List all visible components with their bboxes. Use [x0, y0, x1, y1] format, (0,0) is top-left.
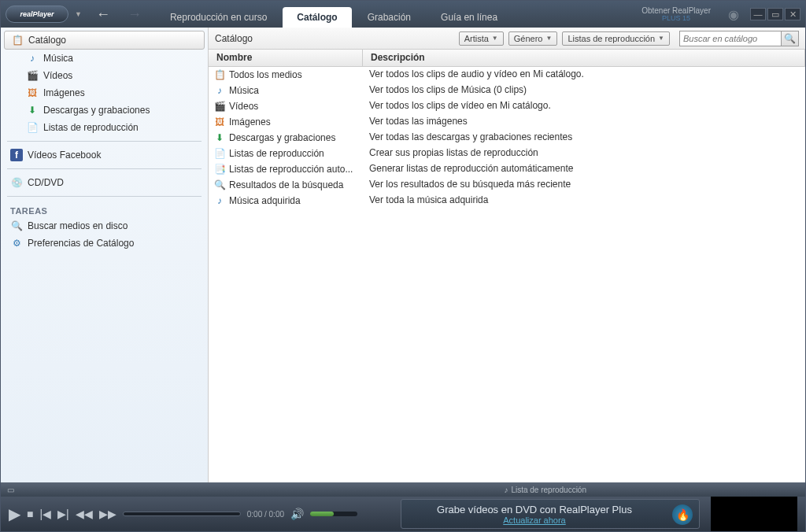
video-icon: 🎬 — [213, 100, 226, 113]
filter-dropdown-0[interactable]: Artista▼ — [459, 31, 504, 46]
sidebar-item-label: Listas de reproducción — [43, 122, 139, 133]
playlist-icon: ♪ — [504, 486, 508, 494]
column-description[interactable]: Descripción — [363, 50, 805, 66]
tab-0[interactable]: Reproducción en curso — [156, 7, 281, 28]
image-icon: 🖼 — [26, 87, 39, 99]
promo-link[interactable]: Actualizar ahora — [503, 515, 566, 525]
back-button[interactable]: ← — [93, 4, 113, 24]
list-item[interactable]: 📑Listas de reproducción auto...Generar l… — [209, 161, 805, 177]
video-icon: 🎬 — [26, 69, 39, 82]
forward-button[interactable]: → — [124, 4, 145, 24]
sidebar-item-label: Vídeos — [43, 70, 72, 81]
time-display: 0:00 / 0:00 — [247, 510, 284, 519]
get-plus-link[interactable]: Obtener RealPlayer PLUS 15 — [641, 6, 711, 23]
music-icon: ♪ — [26, 52, 39, 65]
prefs-icon: ⚙ — [10, 237, 23, 249]
close-button[interactable]: ✕ — [785, 8, 800, 20]
status-bar: ▭ ♪ Lista de reproducción — [1, 482, 805, 497]
sidebar-item-image[interactable]: 🖼Imágenes — [1, 84, 208, 102]
sidebar-item-catalog[interactable]: 📋Catálogo — [4, 31, 205, 50]
tab-2[interactable]: Grabación — [353, 7, 425, 28]
search-icon: 🔍 — [213, 179, 226, 191]
tab-1[interactable]: Catálogo — [283, 7, 351, 28]
list-item[interactable]: 🔍Resultados de la búsquedaVer los result… — [209, 177, 805, 193]
search-button[interactable]: 🔍 — [782, 31, 799, 46]
facebook-icon: f — [10, 149, 23, 161]
column-name[interactable]: Nombre — [209, 50, 363, 66]
main-tabs: Reproducción en cursoCatálogoGrabaciónGu… — [156, 1, 513, 28]
playlist-auto-icon: 📑 — [213, 163, 226, 175]
breadcrumb: Catálogo — [215, 33, 253, 44]
flame-icon: 🔥 — [672, 504, 693, 525]
image-icon: 🖼 — [213, 116, 226, 128]
rewind-button[interactable]: ◀◀ — [76, 508, 93, 520]
music-icon: ♪ — [213, 84, 226, 97]
chevron-down-icon: ▼ — [492, 35, 498, 42]
sidebar-item-label: Catálogo — [28, 35, 66, 46]
catalog-icon: 📋 — [213, 68, 226, 81]
titlebar: realPlayer ▼ ← → Reproducción en cursoCa… — [1, 1, 805, 28]
filter-dropdown-1[interactable]: Género▼ — [508, 31, 558, 46]
chevron-down-icon: ▼ — [658, 35, 664, 42]
download-icon: ⬇ — [213, 131, 226, 144]
playlist-icon: 📄 — [26, 121, 39, 134]
tasks-header: TAREAS — [1, 201, 208, 217]
sidebar: 📋Catálogo♪Música🎬Vídeos🖼Imágenes⬇Descarg… — [1, 28, 209, 482]
logo-menu-arrow[interactable]: ▼ — [75, 10, 82, 18]
task-prefs[interactable]: ⚙Preferencias de Catálogo — [1, 235, 208, 252]
promo-banner: Grabe vídeos en DVD con RealPlayer Plus … — [401, 499, 700, 529]
seek-slider[interactable] — [123, 512, 241, 516]
list-item[interactable]: 📄Listas de reproducciónCrear sus propias… — [209, 146, 805, 161]
sidebar-item-video[interactable]: 🎬Vídeos — [1, 67, 208, 84]
chevron-down-icon: ▼ — [545, 35, 552, 42]
download-icon: ⬇ — [26, 104, 39, 116]
list-item[interactable]: ⬇Descargas y grabacionesVer todas las de… — [209, 130, 805, 146]
minimize-button[interactable]: — — [750, 8, 766, 20]
task-search-disc[interactable]: 🔍Buscar medios en disco — [1, 217, 208, 235]
disc-icon: 💿 — [10, 176, 23, 189]
volume-slider[interactable] — [310, 512, 357, 516]
video-thumbnail — [711, 497, 797, 531]
list-item[interactable]: 🎬VídeosVer todos los clips de vídeo en M… — [209, 98, 805, 114]
compact-toggle-icon[interactable]: ▭ — [7, 486, 14, 494]
filter-dropdown-2[interactable]: Listas de reproducción▼ — [562, 31, 670, 46]
column-headers: Nombre Descripción — [209, 50, 805, 67]
list-item[interactable]: ♪MúsicaVer todos los clips de Música (0 … — [209, 83, 805, 98]
list-item[interactable]: 🖼ImágenesVer todas las imágenes — [209, 114, 805, 130]
search-input[interactable] — [679, 31, 782, 46]
maximize-button[interactable]: ▭ — [767, 8, 783, 20]
sidebar-item-download[interactable]: ⬇Descargas y grabaciones — [1, 102, 208, 119]
sidebar-item-label: Música — [43, 53, 73, 64]
sidebar-item-music[interactable]: ♪Música — [1, 50, 208, 67]
logo[interactable]: realPlayer — [6, 6, 68, 23]
playlist-icon: 📄 — [213, 147, 226, 160]
search-disc-icon: 🔍 — [10, 220, 23, 232]
promo-text: Grabe vídeos en DVD con RealPlayer Plus — [437, 504, 632, 515]
catalog-list: 📋Todos los mediosVer todos los clips de … — [209, 67, 805, 482]
prev-button[interactable]: |◀ — [39, 508, 51, 520]
playlist-toggle[interactable]: ♪ Lista de reproducción — [504, 486, 586, 494]
stop-button[interactable]: ■ — [27, 508, 33, 520]
sidebar-item-cddvd[interactable]: 💿 CD/DVD — [1, 174, 208, 191]
music-icon: ♪ — [213, 194, 226, 207]
sidebar-item-playlist[interactable]: 📄Listas de reproducción — [1, 119, 208, 136]
list-item[interactable]: ♪Música adquiridaVer toda la música adqu… — [209, 193, 805, 209]
list-item[interactable]: 📋Todos los mediosVer todos los clips de … — [209, 67, 805, 83]
sidebar-item-label: Descargas y grabaciones — [43, 105, 150, 116]
volume-icon[interactable]: 🔊 — [290, 508, 304, 520]
fastfwd-button[interactable]: ▶▶ — [99, 508, 116, 520]
catalog-icon: 📋 — [11, 34, 24, 46]
next-button[interactable]: ▶| — [57, 508, 69, 520]
play-button[interactable]: ▶ — [9, 504, 20, 523]
player-bar: ▶ ■ |◀ ▶| ◀◀ ▶▶ 0:00 / 0:00 🔊 Grabe víde… — [1, 497, 805, 531]
content-area: Catálogo Artista▼Género▼Listas de reprod… — [209, 28, 805, 482]
content-toolbar: Catálogo Artista▼Género▼Listas de reprod… — [209, 28, 805, 50]
view-mode-icon[interactable]: ◉ — [728, 7, 739, 22]
sidebar-item-label: Imágenes — [43, 87, 85, 98]
tab-3[interactable]: Guía en línea — [427, 7, 512, 28]
sidebar-item-facebook[interactable]: f Vídeos Facebook — [1, 146, 208, 164]
